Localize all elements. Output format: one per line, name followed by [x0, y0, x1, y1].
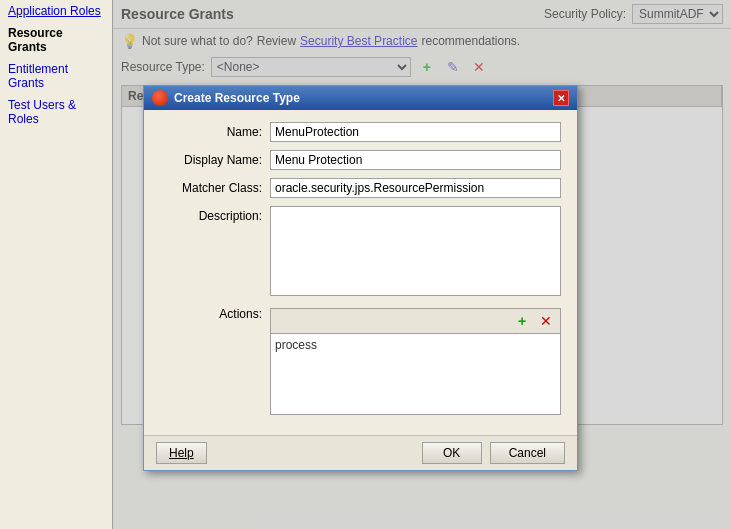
- matcher-class-input[interactable]: [270, 178, 561, 198]
- description-input[interactable]: [270, 206, 561, 296]
- sidebar: Application Roles Resource Grants Entitl…: [0, 0, 113, 529]
- display-name-row: Display Name:: [160, 150, 561, 170]
- name-row: Name:: [160, 122, 561, 142]
- actions-area-container: + ✕ process: [270, 304, 561, 415]
- dialog-titlebar: Create Resource Type ✕: [144, 86, 577, 110]
- dialog-titlebar-left: Create Resource Type: [152, 90, 300, 106]
- display-name-label: Display Name:: [160, 150, 270, 167]
- add-action-button[interactable]: +: [512, 311, 532, 331]
- sidebar-item-entitlement-grants[interactable]: Entitlement Grants: [0, 58, 112, 94]
- cancel-button[interactable]: Cancel: [490, 442, 565, 464]
- actions-label: Actions:: [160, 304, 270, 321]
- description-label: Description:: [160, 206, 270, 223]
- matcher-class-row: Matcher Class:: [160, 178, 561, 198]
- remove-action-button[interactable]: ✕: [536, 311, 556, 331]
- dialog-title: Create Resource Type: [174, 91, 300, 105]
- sidebar-item-resource-grants: Resource Grants: [0, 22, 112, 58]
- dialog-footer: Help OK Cancel: [144, 435, 577, 470]
- action-item: process: [275, 338, 556, 352]
- actions-row: Actions: + ✕ process: [160, 304, 561, 415]
- help-button-label: Help: [169, 446, 194, 460]
- dialog-app-icon: [152, 90, 168, 106]
- name-label: Name:: [160, 122, 270, 139]
- main-content: Resource Grants Security Policy: SummitA…: [113, 0, 731, 529]
- sidebar-item-test-users-roles[interactable]: Test Users & Roles: [0, 94, 112, 130]
- dialog-body: Name: Display Name: Matcher Class: Descr…: [144, 110, 577, 435]
- actions-area: + ✕ process: [270, 308, 561, 415]
- help-button[interactable]: Help: [156, 442, 207, 464]
- description-row: Description:: [160, 206, 561, 296]
- sidebar-item-application-roles[interactable]: Application Roles: [0, 0, 112, 22]
- create-resource-type-dialog: Create Resource Type ✕ Name: Display Nam…: [143, 85, 578, 471]
- actions-list: process: [271, 334, 560, 414]
- footer-right-buttons: OK Cancel: [422, 442, 565, 464]
- matcher-class-label: Matcher Class:: [160, 178, 270, 195]
- ok-button[interactable]: OK: [422, 442, 482, 464]
- dialog-close-button[interactable]: ✕: [553, 90, 569, 106]
- name-input[interactable]: [270, 122, 561, 142]
- actions-toolbar: + ✕: [271, 309, 560, 334]
- display-name-input[interactable]: [270, 150, 561, 170]
